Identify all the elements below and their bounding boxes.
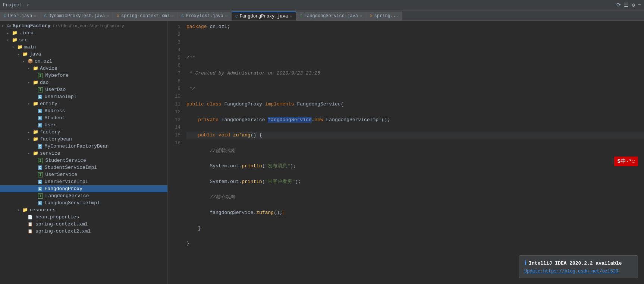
sidebar-item-userdaoimpl[interactable]: C UserDaoImpl: [0, 93, 167, 100]
sidebar-item-bean-properties[interactable]: 📄 bean.properties: [0, 214, 167, 221]
sidebar: ▾ 🗂 SpringFactory F:\IdeaProjects\Spring…: [0, 21, 168, 284]
sidebar-item-fangdongservice[interactable]: I FangdongService: [0, 192, 167, 199]
line-numbers: 1 2 3 4 5 6 7 8 9 10 11 12 13 14 15 16: [168, 22, 184, 284]
sidebar-label-dao: dao: [40, 80, 48, 85]
refresh-icon[interactable]: ⟳: [616, 2, 621, 8]
sidebar-label-userdaoimpl: UserDaoImpl: [45, 94, 77, 100]
sidebar-item-fangdongproxy[interactable]: C FangdongProxy: [0, 185, 167, 192]
sidebar-label-cn-ozl: cn.ozl: [35, 59, 52, 64]
main-layout: ▾ 🗂 SpringFactory F:\IdeaProjects\Spring…: [0, 21, 644, 284]
sidebar-label-userservice: UserService: [45, 172, 78, 177]
sidebar-item-java[interactable]: ▾ 📁 java: [0, 51, 167, 58]
notification-icon: ℹ: [524, 259, 527, 267]
sidebar-label-myconnetion: MyConnetionFactoryBean: [45, 143, 109, 149]
notification-link-text[interactable]: Update:https://blog.csdn.net/ozl520: [524, 269, 618, 274]
sidebar-label-service: service: [40, 151, 60, 156]
sidebar-label-advice: Advice: [40, 66, 57, 71]
sidebar-item-resources[interactable]: ▾ 📁 resources: [0, 206, 167, 214]
sidebar-item-factorybean[interactable]: ▾ 📁 factorybean: [0, 136, 167, 143]
sidebar-item-factory[interactable]: ▸ 📁 factory: [0, 129, 167, 136]
sidebar-label-project: SpringFactory: [13, 23, 50, 29]
sidebar-label-userdao: UserDao: [45, 87, 66, 92]
sidebar-item-userserviceimpl[interactable]: C UserServiceImpl: [0, 178, 167, 185]
tab-close-fangdong-proxy[interactable]: ✕: [290, 14, 292, 19]
tab-user-java[interactable]: C User.java ✕: [0, 12, 40, 20]
sidebar-item-userservice[interactable]: I UserService: [0, 171, 167, 178]
tab-bar: C User.java ✕ C DynamicProxyTest.java ✕ …: [0, 10, 644, 21]
project-label[interactable]: Project: [3, 3, 22, 8]
sidebar-item-spring-context-xml[interactable]: 📋 spring-context.xml: [0, 221, 167, 228]
code-editor[interactable]: package cn.ozl; /** * Created by Adminis…: [184, 22, 644, 284]
sidebar-path: F:\IdeaProjects\SpringFactory: [53, 24, 124, 28]
sidebar-item-cn-ozl[interactable]: ▾ 📦 cn.ozl: [0, 58, 167, 65]
sidebar-label-bean-properties: bean.properties: [35, 214, 79, 220]
settings-icon[interactable]: ⚙: [632, 2, 635, 8]
sidebar-label-mybefore: Mybefore: [45, 73, 69, 78]
title-bar: Project ▾ ⟳ ☰ ⚙ −: [0, 0, 644, 10]
notification-header: ℹ IntelliJ IDEA 2020.2.2 available: [524, 259, 632, 267]
sidebar-label-address: Address: [45, 108, 65, 114]
tab-close-proxy-test[interactable]: ✕: [225, 14, 227, 18]
notification-title: IntelliJ IDEA 2020.2.2 available: [529, 261, 622, 266]
sidebar-item-studentservice[interactable]: I StudentService: [0, 157, 167, 164]
tab-fangdong-service[interactable]: I FangdongService.java ✕: [296, 12, 366, 20]
sidebar-item-mybefore[interactable]: I Mybefore: [0, 72, 167, 79]
notification-panel: ℹ IntelliJ IDEA 2020.2.2 available Updat…: [519, 255, 638, 278]
sidebar-label-factorybean: factorybean: [40, 136, 72, 142]
sidebar-label-user: User: [45, 122, 56, 128]
sidebar-item-main[interactable]: ▾ 📁 main: [0, 44, 167, 51]
tab-close-dynamic-proxy[interactable]: ✕: [107, 14, 109, 18]
sidebar-label-spring-context2-xml: spring-context2.xml: [35, 228, 91, 234]
sidebar-item-advice[interactable]: ▾ 📁 Advice: [0, 65, 167, 72]
sidebar-item-entity[interactable]: ▾ 📁 entity: [0, 100, 167, 107]
sidebar-label-factory: factory: [40, 129, 60, 135]
tab-fangdong-proxy[interactable]: C FangdongProxy.java ✕: [232, 12, 296, 20]
layout-icon[interactable]: ☰: [624, 2, 629, 8]
sidebar-item-studentserviceimpl[interactable]: C StudentServiceImpl: [0, 164, 167, 171]
sidebar-item-idea[interactable]: ▸ 📁 .idea: [0, 29, 167, 37]
tab-spring-extra[interactable]: X spring...: [366, 12, 402, 20]
sidebar-label-resources: resources: [29, 207, 56, 213]
tab-proxy-test[interactable]: C ProxyTest.java ✕: [178, 12, 232, 20]
tab-close-user-java[interactable]: ✕: [34, 14, 36, 18]
sidebar-label-student: Student: [45, 115, 65, 121]
ime-indicator: S中·°☺: [614, 157, 638, 166]
title-bar-left: Project ▾: [3, 2, 29, 8]
sidebar-item-project-root[interactable]: ▾ 🗂 SpringFactory F:\IdeaProjects\Spring…: [0, 22, 167, 29]
tab-close-fangdong-service[interactable]: ✕: [360, 14, 362, 18]
tab-close-spring-context[interactable]: ✕: [172, 14, 174, 18]
sidebar-label-entity: entity: [40, 101, 57, 107]
minimize-icon[interactable]: −: [638, 2, 641, 8]
title-bar-icons: ⟳ ☰ ⚙ −: [616, 2, 641, 8]
sidebar-label-fangdongservice: FangdongService: [45, 193, 89, 199]
sidebar-item-user[interactable]: C User: [0, 122, 167, 129]
editor-area: 1 2 3 4 5 6 7 8 9 10 11 12 13 14 15 16 p…: [168, 21, 644, 284]
sidebar-label-main: main: [24, 44, 36, 50]
tab-spring-context-xml[interactable]: X spring-context.xml ✕: [113, 12, 178, 20]
sidebar-label-studentservice: StudentService: [45, 158, 86, 163]
tab-dynamic-proxy-test[interactable]: C DynamicProxyTest.java ✕: [40, 12, 113, 20]
sidebar-item-src[interactable]: ▾ 📁 src: [0, 37, 167, 44]
sidebar-item-spring-context2-xml[interactable]: 📋 spring-context2.xml: [0, 228, 167, 235]
sidebar-label-java: java: [29, 51, 41, 57]
sidebar-item-fangdongserviceimpl[interactable]: C FangdongServiceImpl: [0, 199, 167, 206]
sidebar-item-userdao[interactable]: I UserDao: [0, 86, 167, 93]
sidebar-label-userserviceimpl: UserServiceImpl: [45, 179, 88, 184]
sidebar-item-service[interactable]: ▾ 📁 service: [0, 150, 167, 157]
sidebar-label-src: src: [19, 37, 28, 43]
ime-text: S中·°☺: [617, 158, 635, 164]
sidebar-label-fangdongserviceimpl: FangdongServiceImpl: [45, 200, 100, 206]
sidebar-item-student[interactable]: C Student: [0, 114, 167, 122]
sidebar-label-fangdongproxy: FangdongProxy: [45, 186, 82, 192]
sidebar-label-studentserviceimpl: StudentServiceImpl: [45, 165, 97, 170]
sidebar-item-dao[interactable]: ▾ 📁 dao: [0, 79, 167, 86]
sidebar-label-spring-context-xml: spring-context.xml: [35, 221, 88, 227]
sidebar-item-myconnetion[interactable]: C MyConnetionFactoryBean: [0, 143, 167, 150]
notification-link[interactable]: Update:https://blog.csdn.net/ozl520: [524, 268, 632, 274]
sidebar-label-idea: .idea: [19, 30, 34, 36]
code-container[interactable]: 1 2 3 4 5 6 7 8 9 10 11 12 13 14 15 16 p…: [168, 21, 644, 284]
sidebar-item-address[interactable]: C Address: [0, 107, 167, 114]
